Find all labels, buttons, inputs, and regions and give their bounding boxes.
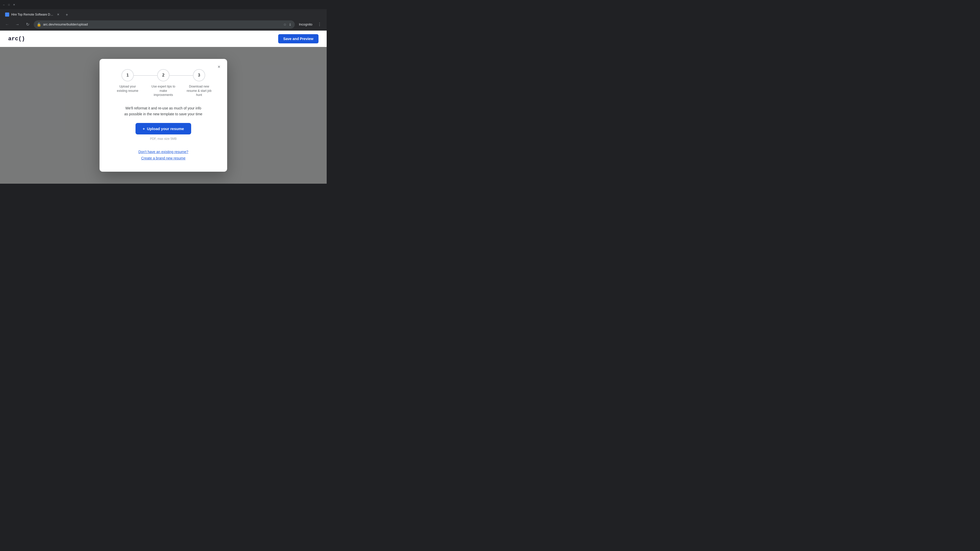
step-2-label: Use expert tips to make improvements xyxy=(151,84,176,97)
step-1-label: Upload your existing resume xyxy=(115,84,140,93)
tab-favicon xyxy=(5,13,9,17)
minimize-button[interactable]: – xyxy=(2,3,6,6)
tabs-bar: Hire Top Remote Software Dev... ✕ + xyxy=(0,9,327,18)
step-1: 1 Upload your existing resume xyxy=(110,69,145,93)
tab-close-button[interactable]: ✕ xyxy=(56,13,60,17)
back-button[interactable]: ← xyxy=(3,21,11,29)
page-background: × 1 Upload your existing resume 2 xyxy=(0,47,327,184)
app-header: arc() Save and Preview xyxy=(0,30,327,47)
active-tab[interactable]: Hire Top Remote Software Dev... ✕ xyxy=(2,11,63,18)
no-resume-link[interactable]: Don't have an existing resume? xyxy=(110,149,217,155)
browser-chrome: – □ ✕ Hire Top Remote Software Dev... ✕ … xyxy=(0,0,327,184)
step-3-label: Download new resume & start job hunt xyxy=(186,84,212,97)
maximize-button[interactable]: □ xyxy=(7,3,11,6)
save-preview-button[interactable]: Save and Preview xyxy=(278,34,318,43)
incognito-badge[interactable]: Incognito xyxy=(297,21,314,27)
download-icon[interactable]: ⇓ xyxy=(289,22,292,27)
create-new-resume-link[interactable]: Create a brand new resume xyxy=(110,155,217,162)
modal-description: We'll reformat it and re-use as much of … xyxy=(110,105,217,117)
modal-footer: Don't have an existing resume? Create a … xyxy=(110,149,217,162)
app-logo: arc() xyxy=(8,36,25,42)
upload-resume-label: Upload your resume xyxy=(147,127,184,131)
forward-button[interactable]: → xyxy=(13,21,21,29)
address-bar[interactable]: 🔒 arc.dev/resume/builder/upload ☆ ⇓ xyxy=(34,21,295,29)
close-button[interactable]: ✕ xyxy=(12,3,16,6)
reload-button[interactable]: ↻ xyxy=(24,21,32,29)
upload-hint: PDF, max size 5MB xyxy=(110,137,217,141)
window-controls: – □ ✕ xyxy=(2,3,16,6)
modal-dialog: × 1 Upload your existing resume 2 xyxy=(100,59,227,172)
upload-plus-icon: + xyxy=(143,127,145,131)
address-icons: ☆ ⇓ xyxy=(283,22,292,27)
steps-indicator: 1 Upload your existing resume 2 Use expe… xyxy=(110,69,217,97)
modal-overlay: × 1 Upload your existing resume 2 xyxy=(0,47,327,184)
lock-icon: 🔒 xyxy=(37,22,41,27)
step-3-circle: 3 xyxy=(193,69,205,81)
step-2: 2 Use expert tips to make improvements xyxy=(145,69,181,97)
address-text: arc.dev/resume/builder/upload xyxy=(43,22,281,26)
upload-resume-button[interactable]: + Upload your resume xyxy=(135,123,191,135)
step-1-circle: 1 xyxy=(121,69,134,81)
tab-title: Hire Top Remote Software Dev... xyxy=(11,13,54,16)
nav-bar: ← → ↻ 🔒 arc.dev/resume/builder/upload ☆ … xyxy=(0,18,327,30)
nav-right-icons: Incognito ⋮ xyxy=(297,21,324,29)
step-3: 3 Download new resume & start job hunt xyxy=(181,69,217,97)
title-bar: – □ ✕ xyxy=(0,0,327,9)
menu-button[interactable]: ⋮ xyxy=(315,21,324,29)
step-2-circle: 2 xyxy=(157,69,169,81)
bookmark-icon[interactable]: ☆ xyxy=(283,22,286,27)
new-tab-button[interactable]: + xyxy=(63,11,70,18)
